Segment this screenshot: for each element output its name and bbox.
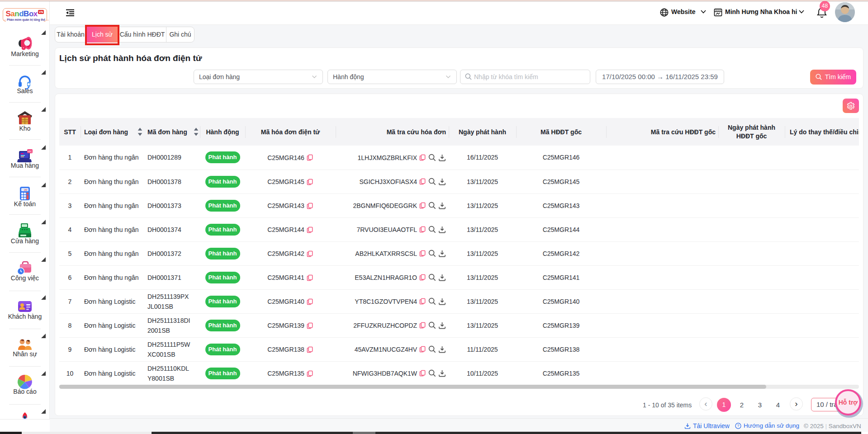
svg-text:?: ? [737, 424, 740, 428]
svg-text:280: 280 [24, 189, 28, 191]
svg-text:ABC: ABC [28, 150, 33, 153]
